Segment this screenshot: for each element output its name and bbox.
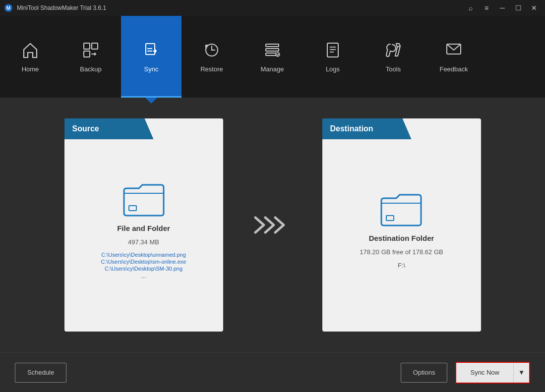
svg-text:M: M [6,5,10,11]
nav-manage-label: Manage [261,65,284,73]
search-icon: ⌕ [469,4,473,12]
minimize-button[interactable]: ─ [495,2,509,14]
source-card-header: Source [64,118,154,139]
search-button[interactable]: ⌕ [464,2,478,14]
nav-bar: Home Backup Sync [0,16,545,98]
source-title: File and Folder [117,224,170,232]
destination-folder-icon [379,191,424,228]
source-card[interactable]: Source File and Folder 497.34 MB C:\User… [64,118,223,332]
backup-icon [82,41,100,61]
svg-rect-3 [92,43,98,49]
destination-header-text: Destination [330,124,373,133]
svg-rect-16 [129,206,136,211]
nav-logs-label: Logs [326,65,340,73]
nav-sync-label: Sync [144,65,159,73]
sync-icon [142,41,160,61]
source-file-3: C:\Users\cy\Desktop\SM-30.png [105,266,182,272]
destination-title: Destination Folder [369,234,434,242]
arrow-container [253,213,293,237]
main-content: Source File and Folder 497.34 MB C:\User… [0,98,545,352]
app-title: MiniTool ShadowMaker Trial 3.6.1 [17,4,106,11]
nav-restore[interactable]: Restore [182,16,242,98]
svg-rect-17 [386,216,394,221]
options-label: Options [413,369,435,376]
restore-icon [203,41,221,61]
nav-home-label: Home [22,65,39,73]
nav-backup-label: Backup [80,65,101,73]
svg-rect-2 [84,43,90,49]
maximize-button[interactable]: ☐ [511,2,525,14]
dropdown-arrow-icon: ▼ [518,369,525,376]
nav-backup[interactable]: Backup [61,16,121,98]
svg-rect-8 [266,49,279,51]
source-files: C:\Users\cy\Desktop\unnamed.png C:\Users… [101,252,186,280]
logs-icon [324,41,342,61]
svg-rect-7 [266,44,279,47]
nav-restore-label: Restore [200,65,223,73]
sync-now-dropdown-button[interactable]: ▼ [513,363,529,383]
source-folder-icon [121,181,166,218]
maximize-icon: ☐ [515,4,522,12]
destination-free: 178.20 GB free of 178.62 GB [360,248,443,256]
svg-rect-11 [327,43,338,57]
sync-arrows-icon [253,213,293,237]
nav-tools-label: Tools [386,65,401,73]
menu-icon: ≡ [484,4,488,12]
close-icon: ✕ [531,4,537,12]
schedule-button[interactable]: Schedule [15,363,66,383]
tools-icon [384,41,402,61]
nav-tools[interactable]: Tools [363,16,424,98]
source-size: 497.34 MB [128,238,159,246]
title-bar-left: M MiniTool ShadowMaker Trial 3.6.1 [4,3,106,12]
feedback-icon [445,41,463,61]
nav-home[interactable]: Home [0,16,61,98]
menu-button[interactable]: ≡ [480,2,493,14]
destination-path: F:\ [398,262,405,269]
destination-card[interactable]: Destination Destination Folder 178.20 GB… [322,118,481,332]
nav-feedback-label: Feedback [439,65,468,73]
bottom-bar: Schedule Options Sync Now ▼ [0,352,545,392]
options-button[interactable]: Options [401,363,448,383]
app-logo-icon: M [4,3,13,12]
minimize-icon: ─ [500,4,505,12]
source-file-2: C:\Users\cy\Desktop\sm-online.exe [101,259,186,265]
nav-manage[interactable]: Manage [242,16,303,98]
svg-point-10 [276,53,280,56]
source-header-text: Source [72,124,99,133]
home-icon [21,41,39,61]
source-card-body: File and Folder 497.34 MB C:\Users\cy\De… [101,181,186,280]
title-bar: M MiniTool ShadowMaker Trial 3.6.1 ⌕ ≡ ─… [0,0,545,16]
nav-logs[interactable]: Logs [303,16,363,98]
sync-now-button[interactable]: Sync Now [456,363,513,383]
close-button[interactable]: ✕ [527,2,541,14]
title-bar-controls: ⌕ ≡ ─ ☐ ✕ [464,2,541,14]
bottom-right-controls: Options Sync Now ▼ [401,362,530,384]
svg-rect-4 [84,51,90,57]
source-file-1: C:\Users\cy\Desktop\unnamed.png [101,252,186,258]
nav-sync[interactable]: Sync [121,16,182,98]
destination-card-body: Destination Folder 178.20 GB free of 178… [360,191,443,269]
nav-feedback[interactable]: Feedback [424,16,484,98]
sync-now-group: Sync Now ▼ [455,362,530,384]
active-indicator [145,98,157,104]
manage-icon [263,41,281,61]
schedule-label: Schedule [27,369,54,376]
sync-now-label: Sync Now [470,369,499,376]
destination-card-header: Destination [322,118,412,139]
source-ellipsis: ... [141,273,146,280]
